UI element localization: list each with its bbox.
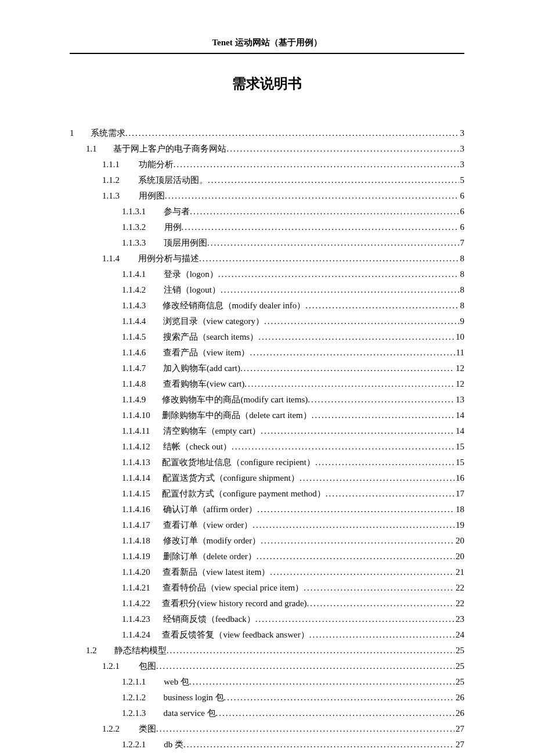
toc-leader-dots	[167, 643, 454, 658]
toc-entry: 1.1.4.20查看新品（view latest item）21	[70, 564, 464, 580]
toc-label: 用例图	[139, 188, 165, 204]
toc-page-number: 22	[454, 580, 464, 596]
toc-entry: 1.1.4.15配置付款方式（configure payment method）…	[70, 486, 464, 502]
toc-label: db 类	[164, 737, 183, 753]
toc-label: 删除订单（delete order）	[163, 549, 257, 564]
toc-number: 1.1.2	[102, 172, 135, 188]
toc-page-number: 14	[454, 423, 464, 439]
toc-number: 1.1.4.8	[122, 376, 160, 392]
toc-number: 1.1.4.11	[122, 423, 160, 439]
toc-leader-dots	[182, 219, 459, 235]
toc-entry: 1.2.1.2business login 包26	[70, 690, 464, 705]
toc-page-number: 26	[454, 705, 464, 721]
toc-label: 配置收货地址信息（configure recipient）	[162, 455, 315, 470]
toc-page-number: 12	[454, 376, 464, 392]
toc-number: 1.1.4.6	[122, 345, 160, 361]
toc-page-number: 14	[454, 408, 464, 423]
toc-entry: 1.1.4.5搜索产品（search items）10	[70, 329, 464, 345]
toc-label: 查看订单（view order）	[163, 517, 253, 533]
toc-page-number: 11	[455, 345, 464, 361]
toc-number: 1.1.3.3	[122, 235, 160, 251]
toc-number: 1.2.2.1	[122, 737, 160, 753]
toc-label: 查看反馈答复（view feedback answer）	[162, 627, 309, 643]
toc-leader-dots	[190, 204, 459, 219]
toc-leader-dots	[250, 345, 454, 361]
toc-entry: 1.1.4.16确认订单（affirm order）18	[70, 502, 464, 517]
toc-leader-dots	[226, 141, 459, 157]
toc-label: 搜索产品（search items）	[163, 329, 259, 345]
toc-label: 查看购物车(view cart)	[163, 376, 244, 392]
toc-number: 1.1.4.21	[122, 580, 160, 596]
toc-number: 1.1.4.16	[122, 502, 160, 517]
toc-label: 包图	[139, 658, 156, 674]
toc-leader-dots	[216, 705, 454, 721]
toc-leader-dots	[308, 392, 454, 408]
toc-label: 系统需求	[91, 125, 125, 141]
toc-leader-dots	[218, 267, 459, 282]
toc-number: 1.1.3.1	[122, 204, 160, 219]
toc-entry: 1.1.4.3修改经销商信息（modify dealer info）8	[70, 298, 464, 314]
toc-page-number: 5	[459, 172, 465, 188]
toc-label: 修改购物车中的商品(modify cart items)	[162, 392, 308, 408]
toc-entry: 1.1.4.8查看购物车(view cart)12	[70, 376, 464, 392]
toc-number: 1.1.4.19	[122, 549, 160, 564]
toc-entry: 1.1.4.10删除购物车中的商品（delete cart item）14	[70, 408, 464, 423]
toc-page-number: 3	[459, 125, 465, 141]
toc-leader-dots	[257, 549, 454, 564]
toc-page-number: 9	[459, 314, 465, 329]
toc-leader-dots	[309, 627, 454, 643]
toc-page-number: 21	[454, 564, 464, 580]
toc-label: 参与者	[164, 204, 190, 219]
toc-label: 确认订单（affirm order）	[163, 502, 258, 517]
toc-page-number: 15	[454, 455, 464, 470]
toc-label: 查看产品（view item）	[163, 345, 250, 361]
toc-entry: 1.1.4用例分析与描述8	[70, 251, 464, 267]
header-divider	[70, 53, 464, 54]
toc-leader-dots	[312, 408, 454, 423]
toc-entry: 1.1.4.4浏览目录（view category）9	[70, 314, 464, 329]
toc-label: business login 包	[163, 690, 223, 705]
toc-leader-dots	[305, 298, 459, 314]
toc-label: 功能分析	[139, 157, 174, 172]
toc-page-number: 23	[454, 611, 464, 627]
toc-leader-dots	[207, 235, 459, 251]
toc-number: 1.1.3.2	[122, 219, 160, 235]
toc-entry: 1.1.3用例图6	[70, 188, 464, 204]
toc-leader-dots	[232, 439, 454, 455]
document-title: 需求说明书	[70, 71, 464, 96]
toc-page-number: 22	[454, 596, 464, 611]
toc-label: 基于网上客户的电子商务网站	[113, 141, 226, 157]
toc-page-number: 26	[454, 690, 464, 705]
toc-number: 1.1.4.24	[122, 627, 160, 643]
toc-page-number: 8	[459, 298, 465, 314]
toc-number: 1.2.2	[102, 721, 135, 737]
toc-leader-dots	[326, 486, 454, 502]
toc-label: 用例分析与描述	[138, 251, 199, 267]
toc-number: 1.2.1	[102, 658, 135, 674]
toc-entry: 1.2静态结构模型25	[70, 643, 464, 658]
toc-page-number: 20	[454, 549, 464, 564]
toc-number: 1.1.4	[102, 251, 135, 267]
toc-entry: 1.1.3.2用例6	[70, 219, 464, 235]
toc-page-number: 18	[454, 502, 464, 517]
toc-page-number: 17	[454, 486, 464, 502]
toc-entry: 1.1基于网上客户的电子商务网站3	[70, 141, 464, 157]
toc-page-number: 10	[454, 329, 464, 345]
page-header: Tenet 运动网站（基于用例）	[70, 35, 464, 51]
toc-entry: 1.1.3.3顶层用例图7	[70, 235, 464, 251]
toc-number: 1.2.1.2	[122, 690, 160, 705]
toc-leader-dots	[244, 376, 454, 392]
toc-number: 1.1.4.9	[122, 392, 160, 408]
toc-entry: 1.1.4.2注销（logout）8	[70, 282, 464, 298]
toc-number: 1.1.4.4	[122, 314, 160, 329]
toc-number: 1.1.3	[102, 188, 135, 204]
toc-leader-dots	[315, 455, 454, 470]
toc-entry: 1.1.4.14配置送货方式（configure shipment）16	[70, 470, 464, 486]
toc-entry: 1.1.4.12结帐（check out）15	[70, 439, 464, 455]
toc-label: 用例	[164, 219, 182, 235]
toc-number: 1.1.4.10	[122, 408, 160, 423]
toc-page-number: 27	[454, 737, 464, 753]
toc-number: 1.2.1.1	[122, 674, 160, 690]
toc-number: 1.1.4.5	[122, 329, 160, 345]
toc-page-number: 6	[459, 219, 465, 235]
